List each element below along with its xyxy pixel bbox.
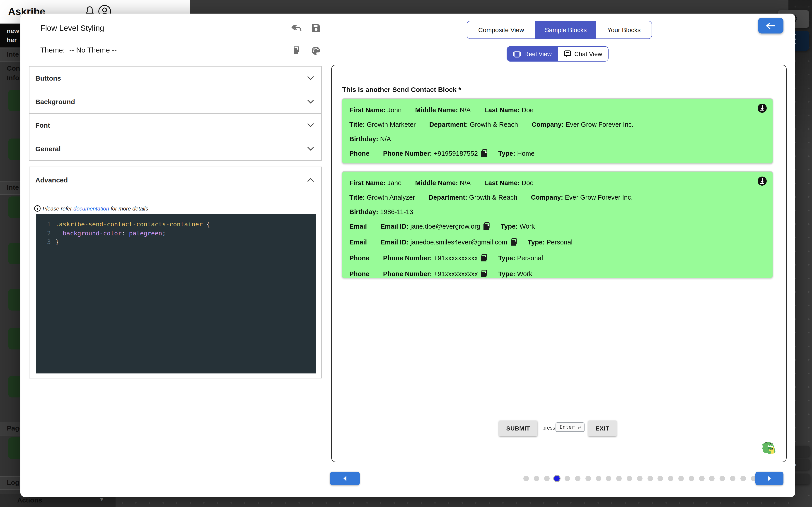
pagination-dot[interactable] [678,476,684,481]
contact-org-row: Title: Growth Analyzer Department: Growt… [349,190,765,205]
contact-phone-row: Phone Phone Number: +91xxxxxxxxxx Type: … [349,267,765,282]
accordion-label: General [35,145,61,153]
arrow-left-icon [766,22,776,29]
chevron-left-icon [343,475,347,482]
contact-phone-row: Phone Phone Number: +91xxxxxxxxxx Type: … [349,251,765,267]
pagination-dot[interactable] [709,476,715,481]
download-contact-icon[interactable] [757,103,767,113]
pagination-dot[interactable] [534,476,539,481]
documentation-note: Please refer documentation for more deta… [34,205,148,212]
pagination-dot[interactable] [544,476,549,481]
accordion-advanced[interactable]: Advanced [30,167,321,192]
accordion-background[interactable]: Background [29,90,322,114]
toggle-chat-view[interactable]: Chat View [558,47,608,61]
theme-select[interactable]: -- No Theme -- [69,46,117,54]
chevron-down-icon [307,100,314,104]
exit-button[interactable]: EXIT [588,420,617,436]
copy-icon[interactable] [480,148,487,162]
back-button[interactable] [758,18,783,34]
pagination-dot[interactable] [565,476,570,481]
pagination-dot[interactable] [575,476,580,481]
chevron-right-icon [767,475,772,482]
pagination-next-button[interactable] [755,472,783,485]
contact-name-row: First Name: John Middle Name: N/A Last N… [349,103,765,117]
tab-composite-view[interactable]: Composite View [467,21,535,39]
copy-icon[interactable] [483,220,490,235]
pagination-dot[interactable] [689,476,694,481]
toggle-reel-view[interactable]: Reel View [507,47,558,61]
chevron-down-icon [307,147,314,151]
accordion-general[interactable]: General [29,137,322,161]
enter-key-hint: Enter ↵ [556,422,585,432]
chevron-down-icon [307,76,314,80]
accordion-label: Buttons [35,74,61,82]
canvas-bottom-strip [115,496,795,507]
copy-icon[interactable] [510,236,517,251]
chat-view-label: Chat View [574,51,602,57]
reel-view-label: Reel View [524,51,552,57]
contact-email-row: Email Email ID: janedoe.smiles4ever@gmai… [349,235,765,251]
block-preview-panel: This is another Send Contact Block * Fir… [331,65,786,462]
contact-email-row: Email Email ID: jane.doe@evergrow.org Ty… [349,219,765,235]
info-icon [34,205,41,212]
pagination-dot[interactable] [586,476,591,481]
theme-label: Theme: [40,46,65,54]
css-code-editor[interactable]: 1.askribe-send-contact-contacts-containe… [36,214,316,374]
pagination-dot[interactable] [647,476,653,481]
contact-name-row: First Name: Jane Middle Name: N/A Last N… [349,176,765,190]
chevron-down-icon [307,123,314,127]
pagination-dot[interactable] [668,476,673,481]
contact-card: First Name: John Middle Name: N/A Last N… [342,98,773,164]
copy-icon[interactable] [480,252,487,267]
chat-icon [563,50,571,57]
undo-icon[interactable] [291,23,302,34]
copy-theme-icon[interactable] [291,46,302,57]
contact-card: First Name: Jane Middle Name: N/A Last N… [342,171,773,278]
view-mode-toggle: Reel View Chat View [507,46,609,62]
pagination-dots [523,472,756,485]
flow-level-styling-modal: Flow Level Styling Theme: -- No Theme --… [20,13,795,497]
submit-button[interactable]: SUBMIT [499,420,538,436]
contact-org-row: Title: Growth Marketer Department: Growt… [349,117,765,132]
save-icon[interactable] [311,23,322,34]
crocodile-mascot-icon [761,440,777,456]
pagination-dot[interactable] [740,476,746,481]
copy-icon[interactable] [480,268,487,282]
pagination-dot[interactable] [730,476,735,481]
view-tabs: Composite View Sample Blocks Your Blocks [467,21,652,39]
press-hint: press [542,425,555,431]
reel-icon [513,51,521,57]
contact-phone-row: Phone Phone Number: +91959187552 Type: H… [349,146,765,162]
accordion-label: Advanced [35,176,68,183]
tab-sample-blocks[interactable]: Sample Blocks [535,21,596,39]
pagination-dot[interactable] [627,476,632,481]
pagination-dot[interactable] [596,476,601,481]
documentation-link[interactable]: documentation [73,205,109,212]
download-contact-icon[interactable] [757,176,767,186]
palette-icon[interactable] [311,46,322,57]
accordion-font[interactable]: Font [29,113,322,137]
block-heading: This is another Send Contact Block * [342,86,461,93]
accordion-advanced-panel: Advanced Please refer documentation for … [29,167,322,379]
pagination-dot[interactable] [616,476,622,481]
chevron-up-icon [307,178,314,182]
pagination-dot[interactable] [523,476,529,481]
accordion-label: Background [35,98,75,106]
screen: ⚙ % Askribe new her Inte Conv Infor Stat… [0,0,812,507]
contact-birthday-row: Birthday: N/A [349,132,765,146]
accordion-label: Font [35,121,50,129]
pagination-dot[interactable] [658,476,663,481]
tab-your-blocks[interactable]: Your Blocks [596,21,652,39]
pagination-dot[interactable] [720,476,725,481]
pagination-dot[interactable] [606,476,611,481]
accordion-buttons[interactable]: Buttons [29,66,322,90]
pagination-dot[interactable] [699,476,704,481]
contact-birthday-row: Birthday: 1986-11-13 [349,205,765,219]
actions-label: Actions [17,496,42,504]
pagination-prev-button[interactable] [330,472,360,485]
pagination-dot-active[interactable] [554,476,560,481]
pagination-dot[interactable] [637,476,643,481]
modal-title: Flow Level Styling [40,23,104,33]
